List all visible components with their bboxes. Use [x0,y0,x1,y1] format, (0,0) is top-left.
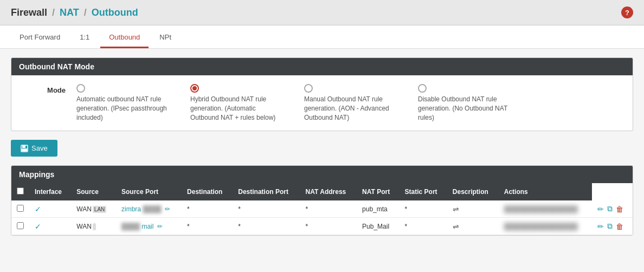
row1-desc-blurred: ████████████████ [504,205,578,213]
save-icon [21,145,28,152]
col-header-description: Description [447,183,499,200]
row1-destination-port: * [300,200,357,218]
breadcrumb-nat[interactable]: NAT [60,7,79,18]
mode-option-automatic[interactable]: Automatic outbound NAT rule generation. … [76,84,169,122]
row2-nat-port: * [400,218,447,235]
tab-outbound[interactable]: Outbound [100,25,149,48]
breadcrumb-firewall: Firewall [11,7,47,18]
row2-source-port: * [182,218,233,235]
mode-text-manual: Manual Outbound NAT rule generation. (AO… [304,95,396,122]
row2-actions: ✏ ⧉ 🗑 [592,218,633,235]
mappings-header: Mappings [11,166,633,183]
tab-bar: Port Forward 1:1 Outbound NPt [0,25,644,49]
row1-actions: ✏ ⧉ 🗑 [592,200,633,218]
col-header-destination: Destination [182,183,233,200]
radio-hybrid[interactable] [190,84,199,93]
mode-options: Automatic outbound NAT rule generation. … [76,84,510,122]
row2-enabled: ✓ [29,218,71,235]
row1-source-edit-icon[interactable]: ✏ [165,205,170,213]
nat-mode-section-body: Mode Automatic outbound NAT rule generat… [11,75,633,131]
row1-nat-address: pub_mta [357,200,399,218]
radio-manual[interactable] [304,84,313,93]
mappings-section: Mappings Interface Source Source Port De… [11,165,633,236]
tab-npt[interactable]: NPt [151,25,180,48]
mappings-table-body: ✓ WANLAN zimbra ████ ✏ * * * pub_mta * [11,200,633,235]
mode-option-automatic-radio[interactable] [76,84,88,93]
row1-static-port: ⇌ [447,200,499,218]
mode-text-disable: Disable Outbound NAT rule generation. (N… [418,95,510,122]
mode-option-hybrid[interactable]: Hybrid Outbound NAT rule generation. (Au… [190,84,282,122]
row1-interface: WANLAN [71,200,116,218]
row1-delete-icon[interactable]: 🗑 [616,205,623,213]
breadcrumb-sep1: / [52,7,55,18]
col-header-interface: Interface [29,183,71,200]
row1-enabled-icon: ✓ [35,205,41,213]
row2-source-blurred: ████ [121,223,140,230]
tab-port-forward[interactable]: Port Forward [11,25,69,48]
main-content: Outbound NAT Mode Mode Automatic outboun… [0,49,644,244]
col-header-source-port: Source Port [116,183,182,200]
row2-source: ████ mail ✏ [116,218,182,235]
row1-checkbox[interactable] [17,205,24,212]
mode-option-manual-radio[interactable] [304,84,316,93]
mode-text-hybrid: Hybrid Outbound NAT rule generation. (Au… [190,95,282,122]
row2-shuffle-icon: ⇌ [453,222,459,231]
row2-action-icons: ✏ ⧉ 🗑 [597,222,627,231]
mode-option-manual[interactable]: Manual Outbound NAT rule generation. (AO… [304,84,396,122]
row1-nat-port: * [400,200,447,218]
row2-desc-blurred: ████████████████ [504,223,578,230]
row2-description: ████████████████ [499,218,592,235]
row1-copy-icon[interactable]: ⧉ [607,204,613,213]
mode-text-automatic: Automatic outbound NAT rule generation. … [76,95,169,122]
col-header-nat-address: NAT Address [300,183,357,200]
row2-destination: * [233,218,300,235]
select-all-checkbox[interactable] [17,187,24,195]
nat-mode-section-header: Outbound NAT Mode [11,58,633,75]
breadcrumb-sep2: / [84,7,87,18]
row1-source-blurred: ████ [143,205,161,213]
mode-option-disable-radio[interactable] [418,84,430,93]
row1-description: ████████████████ [499,200,592,218]
svg-rect-2 [22,148,27,151]
col-header-static-port: Static Port [400,183,447,200]
mappings-header-row: Interface Source Source Port Destination… [11,183,633,200]
mode-label: Mode [22,84,76,94]
row1-enabled: ✓ [29,200,71,218]
row2-source-value[interactable]: mail [141,223,153,230]
col-header-source: Source [71,183,116,200]
table-row: ✓ WANLAN zimbra ████ ✏ * * * pub_mta * [11,200,633,218]
row1-interface-value: WANLAN [76,205,106,213]
row1-edit-icon[interactable]: ✏ [597,205,604,213]
svg-rect-1 [22,145,25,148]
breadcrumb: Firewall / NAT / Outbound [11,7,138,18]
help-button[interactable]: ? [621,7,633,18]
radio-automatic[interactable] [76,84,85,93]
row2-source-edit-icon[interactable]: ✏ [157,223,163,230]
mode-option-disable[interactable]: Disable Outbound NAT rule generation. (N… [418,84,510,122]
row2-static-port: ⇌ [447,218,499,235]
mode-option-hybrid-radio[interactable] [190,84,202,93]
row2-checkbox-cell[interactable] [11,218,29,235]
nat-mode-section: Outbound NAT Mode Mode Automatic outboun… [11,57,633,131]
row2-checkbox[interactable] [17,222,24,229]
save-button[interactable]: Save [11,140,57,157]
breadcrumb-outbound[interactable]: Outbound [92,7,138,18]
row2-interface-value: WAN [76,223,96,230]
mode-row: Mode Automatic outbound NAT rule generat… [22,84,622,122]
row2-interface: WAN [71,218,116,235]
col-header-actions: Actions [499,183,592,200]
row2-enabled-icon: ✓ [35,222,41,231]
row2-destination-port: * [300,218,357,235]
table-row: ✓ WAN ████ mail ✏ * * * Pub_Mail * [11,218,633,235]
row1-source-value[interactable]: zimbra [121,205,141,213]
row1-shuffle-icon: ⇌ [453,205,459,213]
tab-1to1[interactable]: 1:1 [71,25,98,48]
row2-delete-icon[interactable]: 🗑 [616,222,623,231]
row2-edit-icon[interactable]: ✏ [597,222,604,231]
save-label: Save [31,144,48,152]
row1-checkbox-cell[interactable] [11,200,29,218]
radio-disable[interactable] [418,84,427,93]
col-header-checkbox[interactable] [11,183,29,200]
row2-copy-icon[interactable]: ⧉ [607,222,613,231]
row1-source-port: * [182,200,233,218]
